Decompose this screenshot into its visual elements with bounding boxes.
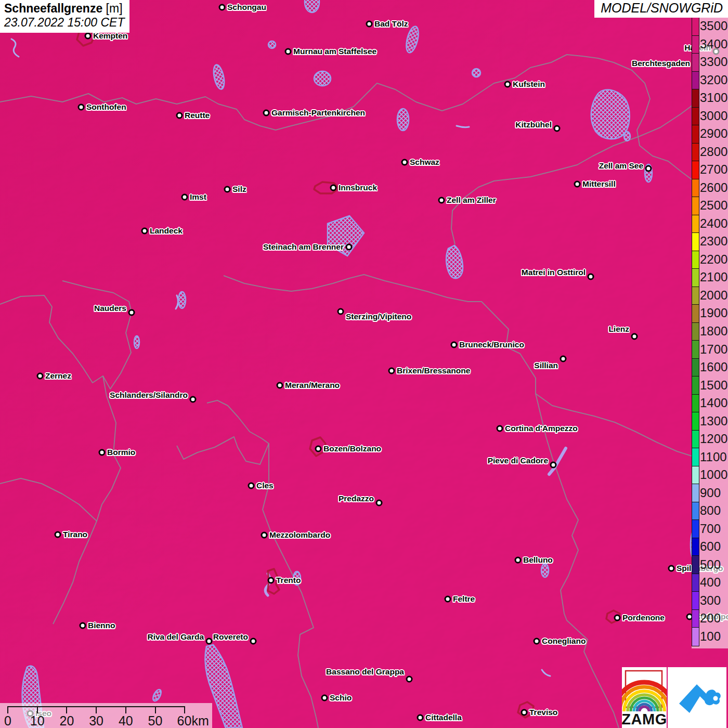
scalebar-tick <box>96 706 97 713</box>
colorbar-segment <box>692 484 699 502</box>
colorbar-tick-label: 2900 <box>700 126 727 141</box>
scalebar-label: 60km <box>177 713 209 728</box>
title-box: Schneefallgrenze [m] 23.07.2022 15:00 CE… <box>0 0 129 33</box>
colorbar-tick-label: 700 <box>700 522 721 536</box>
colorbar-segment <box>692 538 699 556</box>
scalebar-label: 10 <box>30 713 45 728</box>
scalebar-tick <box>7 706 8 713</box>
colorbar-tick-label: 3100 <box>700 90 727 105</box>
colorbar-segment <box>692 215 699 233</box>
colorbar-tick-label: 2800 <box>700 145 727 159</box>
colorbar-segment <box>692 610 699 628</box>
scalebar-tick <box>66 706 67 713</box>
colorbar-tick-label: 1800 <box>700 324 727 339</box>
colorbar-segment <box>692 125 699 144</box>
title-unit: [m] <box>106 2 123 15</box>
colorbar-tick-label: 3500 <box>700 19 727 33</box>
colorbar-tick-label: 2200 <box>700 252 727 267</box>
colorbar-tick-label: 1100 <box>700 450 727 464</box>
colorbar-segment <box>692 144 699 162</box>
lake <box>645 164 652 182</box>
snowgrid-partner-logo <box>668 667 726 728</box>
scalebar-tick <box>125 706 126 713</box>
colorbar-segment <box>692 556 699 574</box>
colorbar-tick-label: 2300 <box>700 234 727 249</box>
zamg-wordmark: ZAMG <box>621 711 667 728</box>
colorbar-tick-label: 2500 <box>700 198 727 213</box>
scalebar-tick <box>184 706 185 713</box>
colorbar-tick-label: 3000 <box>700 109 727 123</box>
colorbar-segment <box>692 18 699 36</box>
colorbar-tick-label: 200 <box>700 611 721 626</box>
colorbar-segment <box>692 412 699 431</box>
colorbar-tick-label: 1000 <box>700 467 727 482</box>
lake <box>293 571 301 585</box>
colorbar-segment <box>692 448 699 466</box>
colorbar-tick-label: 1900 <box>700 306 727 320</box>
lake <box>268 41 276 48</box>
scalebar-tick <box>155 706 156 713</box>
scalebar: 0102030405060km <box>0 703 212 728</box>
colorbar-segment <box>692 36 699 54</box>
lake <box>541 564 549 577</box>
lake <box>591 90 630 139</box>
colorbar-tick-label: 1400 <box>700 396 727 410</box>
colorbar-tick-label: 3300 <box>700 55 727 69</box>
colorbar-tick-label: 2000 <box>700 288 727 303</box>
lake <box>624 132 630 141</box>
colorbar-segment <box>692 592 699 610</box>
colorbar-segment <box>692 341 699 359</box>
lake <box>397 109 409 131</box>
lake <box>134 336 139 348</box>
colorbar-tick-label: 300 <box>700 593 721 608</box>
colorbar-segment <box>692 72 699 90</box>
colorbar-tick-label: 2400 <box>700 216 727 231</box>
lake <box>178 292 186 308</box>
colorbar-segment <box>692 161 699 179</box>
colorbar-tick-label: 500 <box>700 557 721 572</box>
map-canvas <box>0 0 728 728</box>
colorbar-segment <box>692 359 699 377</box>
colorbar-segment <box>692 233 699 251</box>
zamg-logo: ZAMG <box>622 667 667 728</box>
colorbar-segment <box>692 395 699 413</box>
scalebar-label: 50 <box>148 713 163 728</box>
colorbar-segment <box>692 197 699 215</box>
scalebar-label: 0 <box>4 713 11 728</box>
colorbar-segment <box>692 179 699 198</box>
colorbar-tick-label: 900 <box>700 486 721 500</box>
blue-mountain-icon <box>668 667 726 728</box>
scalebar-label: 30 <box>89 713 103 728</box>
colorbar-segment <box>692 376 699 395</box>
colorbar-tick-label: 1500 <box>700 378 727 393</box>
colorbar-segment <box>692 287 699 305</box>
title-text: Schneefallgrenze <box>4 2 102 15</box>
colorbar-segment <box>692 54 699 72</box>
colorbar-segment <box>692 574 699 592</box>
colorbar-segment <box>692 431 699 449</box>
scalebar-label: 40 <box>119 713 133 728</box>
timestamp: 23.07.2022 15:00 CET <box>4 16 124 30</box>
colorbar-segment <box>692 466 699 485</box>
colorbar-segment <box>692 520 699 538</box>
colorbar-tick-label: 400 <box>700 575 721 590</box>
lake <box>472 69 480 77</box>
colorbar-segment <box>692 251 699 269</box>
colorbar-tick-label: 1300 <box>700 414 727 428</box>
scalebar-label: 20 <box>59 713 74 728</box>
lake <box>314 71 331 86</box>
colorbar-tick-label: 2700 <box>700 162 727 177</box>
colorbar-tick-label: 2100 <box>700 270 727 284</box>
colorbar-segment <box>692 323 699 341</box>
colorbar <box>692 17 699 646</box>
colorbar-tick-label: 3400 <box>700 37 727 51</box>
colorbar-segment <box>692 502 699 521</box>
colorbar-tick-label: 1600 <box>700 360 727 374</box>
colorbar-tick-label: 100 <box>700 629 721 644</box>
colorbar-segment <box>692 628 699 646</box>
model-label: MODEL/SNOWGRiD <box>594 0 728 18</box>
colorbar-tick-label: 1200 <box>700 432 727 446</box>
scalebar-tick <box>37 706 38 713</box>
colorbar-tick-label: 3200 <box>700 73 727 87</box>
colorbar-segment <box>692 89 699 108</box>
